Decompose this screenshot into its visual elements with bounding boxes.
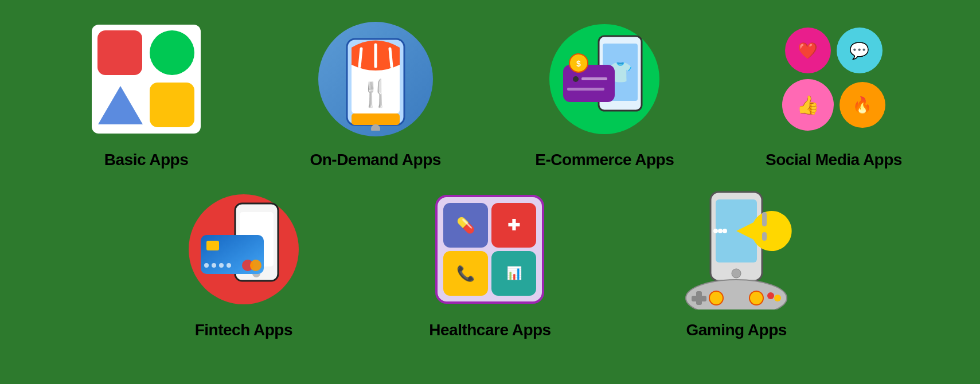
chat-bubble: 💬 [837, 28, 883, 73]
ecommerce-svg: 👕 $ [547, 22, 662, 136]
svg-rect-17 [567, 88, 604, 91]
gaming-apps-item[interactable]: Gaming Apps [636, 192, 837, 339]
svg-point-33 [718, 229, 723, 233]
healthcare-apps-item[interactable]: 💊 ✚ 📞 📊 Healthcare Apps [389, 192, 590, 339]
svg-rect-36 [762, 212, 767, 226]
svg-text:🍴: 🍴 [360, 78, 392, 109]
fintech-svg [186, 192, 301, 307]
ecommerce-apps-label: E-Commerce Apps [535, 151, 674, 169]
thumb-bubble: 👍 [782, 79, 834, 131]
ecommerce-apps-icon: 👕 $ [547, 22, 662, 136]
fintech-apps-label: Fintech Apps [195, 321, 292, 339]
on-demand-apps-icon: 🍴 [318, 22, 433, 136]
svg-point-29 [250, 260, 261, 271]
healthcare-apps-icon: 💊 ✚ 📞 📊 [432, 192, 547, 307]
svg-point-44 [774, 295, 781, 301]
svg-point-41 [709, 291, 723, 305]
green-circle-shape [150, 30, 194, 75]
social-media-apps-label: Social Media Apps [766, 151, 902, 169]
row-1: Basic Apps 🍴 [34, 22, 946, 169]
svg-point-34 [713, 229, 718, 233]
on-demand-svg: 🍴 [330, 28, 421, 131]
row-2: Fintech Apps 💊 ✚ 📞 📊 Healthcare Apps [34, 192, 946, 339]
social-media-apps-icon: ❤️ 💬 👍 🔥 [776, 22, 891, 136]
gaming-apps-icon [679, 192, 794, 307]
phone-icon: 📞 [443, 251, 488, 296]
svg-rect-40 [692, 296, 706, 301]
basic-apps-label: Basic Apps [104, 151, 188, 169]
fintech-apps-item[interactable]: Fintech Apps [143, 192, 344, 339]
svg-rect-23 [206, 241, 219, 250]
svg-rect-37 [762, 232, 767, 241]
svg-rect-12 [563, 65, 615, 102]
svg-point-43 [767, 292, 774, 299]
svg-line-2 [360, 49, 361, 66]
svg-point-35 [732, 269, 741, 278]
on-demand-apps-label: On-Demand Apps [310, 151, 440, 169]
gaming-apps-label: Gaming Apps [686, 321, 786, 339]
svg-point-26 [219, 263, 224, 268]
fintech-apps-icon [186, 192, 301, 307]
fire-bubble: 🔥 [840, 82, 885, 128]
yellow-square-shape [150, 83, 194, 127]
healthcare-apps-label: Healthcare Apps [429, 321, 550, 339]
chart-icon: 📊 [491, 251, 536, 296]
svg-point-25 [212, 263, 216, 268]
ecommerce-apps-item[interactable]: 👕 $ E-Commerce Apps [504, 22, 705, 169]
svg-point-27 [227, 263, 231, 268]
on-demand-apps-item[interactable]: 🍴 On-Demand Apps [275, 22, 476, 169]
gaming-svg [679, 189, 794, 309]
blue-triangle-shape [98, 86, 143, 124]
svg-point-32 [723, 229, 727, 233]
basic-apps-icon [89, 22, 204, 136]
red-square-shape [97, 30, 142, 75]
cross-icon: ✚ [491, 203, 536, 248]
svg-rect-16 [581, 77, 607, 80]
svg-text:$: $ [576, 59, 581, 68]
svg-line-4 [390, 49, 392, 66]
app-grid: Basic Apps 🍴 [0, 5, 980, 379]
pill-icon: 💊 [443, 203, 488, 248]
heart-bubble: ❤️ [785, 28, 831, 73]
svg-point-15 [573, 76, 579, 82]
svg-rect-6 [352, 113, 400, 125]
svg-point-24 [204, 263, 209, 268]
basic-apps-item[interactable]: Basic Apps [46, 22, 247, 169]
social-media-apps-item[interactable]: ❤️ 💬 👍 🔥 Social Media Apps [733, 22, 934, 169]
svg-point-42 [749, 291, 763, 305]
